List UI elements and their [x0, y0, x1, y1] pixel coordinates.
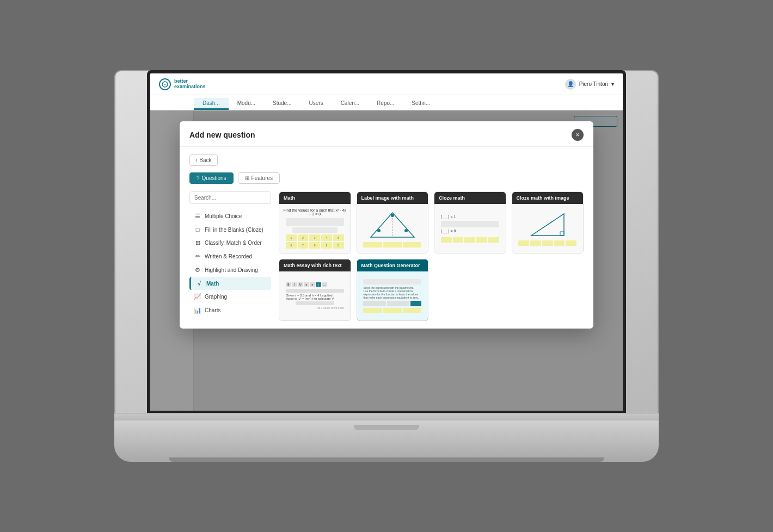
modal-dialog: Add new question × ‹ Back	[180, 121, 593, 329]
cloze-answer-grid	[441, 237, 499, 243]
generator-text: Solve the expression with the parameters…	[363, 286, 421, 299]
category-label: Fill in the Blanks (Cloze)	[205, 227, 263, 233]
nav-tab-students[interactable]: Stude...	[264, 98, 300, 110]
back-arrow-icon: ‹	[195, 157, 197, 163]
triangle-svg	[368, 210, 417, 240]
classify-icon: ⊞	[194, 239, 201, 246]
essay-line-2	[296, 301, 334, 305]
generator-bar-1	[363, 279, 421, 284]
underline-btn: U	[298, 282, 303, 287]
ci-cell-4	[554, 240, 565, 246]
math-cell-2: 2	[298, 234, 309, 241]
card-cloze-math-preview: [ __ ] = 1 [ __ ] = 8	[434, 204, 506, 253]
math-formula-line	[286, 218, 344, 226]
math-cell-5: 5	[333, 234, 344, 241]
card-label-image-math[interactable]: Label image with math	[357, 191, 429, 253]
highlight-icon: ⚙	[194, 267, 201, 274]
category-label: Graphing	[205, 294, 227, 300]
category-label: Classify, Match & Order	[205, 240, 262, 246]
screen-bezel: better examinations 👤 Piero Tintori ▾ Da…	[147, 70, 626, 414]
math-tool-btn: √	[316, 282, 321, 287]
logo-icon	[159, 78, 171, 90]
search-input[interactable]	[189, 191, 271, 204]
back-label: Back	[199, 157, 211, 163]
card-math-essay-header: Math essay with rich text	[279, 259, 351, 271]
back-button[interactable]: ‹ Back	[189, 154, 218, 166]
math-cell-10: 0	[333, 242, 344, 249]
card-cloze-math[interactable]: Cloze math [ __ ] = 1 [ __ ] = 8	[434, 191, 506, 253]
questions-label: Questions	[202, 175, 226, 181]
cloze-image-answer-grid	[518, 240, 576, 246]
cards-grid: Math Find the values for a such that x² …	[279, 191, 584, 321]
modal-header: Add new question ×	[180, 121, 593, 147]
math-preview-content: Find the values for a such that x² - 4x …	[283, 208, 347, 249]
laptop-bottom-edge	[169, 457, 604, 462]
modal-close-button[interactable]: ×	[572, 129, 584, 141]
user-avatar-icon: 👤	[565, 79, 576, 90]
nav-tab-settings[interactable]: Settin...	[403, 98, 439, 110]
category-item-math[interactable]: √ Math	[189, 277, 271, 290]
modal-overlay: Add new question × ‹ Back	[150, 110, 623, 411]
card-math-generator[interactable]: Math Question Generator Solve the expres…	[357, 259, 429, 321]
category-label: Math	[206, 281, 219, 287]
tab-questions[interactable]: ? Questions	[189, 172, 234, 184]
nav-tab-modules[interactable]: Modu...	[229, 98, 264, 110]
math-cell-9: 9	[321, 242, 332, 249]
card-cloze-math-image[interactable]: Cloze math with image	[512, 191, 584, 253]
card-cloze-math-image-preview	[512, 204, 584, 253]
close-icon: ×	[575, 131, 579, 139]
card-math-header: Math	[279, 192, 351, 204]
card-cloze-math-image-header: Cloze math with image	[512, 192, 584, 204]
category-item-multiple-choice[interactable]: ☰ Multiple Choice	[189, 209, 271, 223]
essay-formula-text: Given r = 3.5 and h = 4 I applied these …	[286, 294, 344, 300]
cloze-input-1	[441, 221, 499, 227]
nav-tab-users[interactable]: Users	[300, 98, 332, 110]
category-item-written[interactable]: ✏ Written & Recorded	[189, 250, 271, 263]
laptop-base-body	[114, 420, 659, 462]
nav-tabs-bar: Dash... Modu... Stude... Users Calen... …	[150, 95, 623, 110]
ci-cell-3	[542, 240, 553, 246]
label-cell-2	[383, 242, 402, 248]
essay-line-1	[286, 289, 344, 293]
more-btn: …	[322, 282, 327, 287]
laptop-base	[114, 413, 659, 462]
math-cell-8: 8	[309, 242, 320, 249]
nav-tab-dashboard[interactable]: Dash...	[194, 98, 229, 110]
math-formula-line2	[292, 227, 338, 233]
card-math-essay[interactable]: Math essay with rich text B I U ≡ ≡	[279, 259, 351, 321]
category-item-graphing[interactable]: 📈 Graphing	[189, 290, 271, 304]
logo-area: better examinations	[159, 78, 206, 90]
card-math-preview: Find the values for a such that x² - 4x …	[279, 204, 351, 253]
category-item-fill-blanks[interactable]: □ Fill in the Blanks (Cloze)	[189, 223, 271, 236]
nav-tab-calendar[interactable]: Calen...	[332, 98, 368, 110]
screen-content: better examinations 👤 Piero Tintori ▾ Da…	[150, 73, 623, 411]
category-item-classify[interactable]: ⊞ Classify, Match & Order	[189, 236, 271, 250]
questions-icon: ?	[197, 175, 200, 181]
modal-title: Add new question	[189, 131, 255, 139]
generator-row	[363, 301, 421, 306]
math-cell-1: 1	[286, 234, 297, 241]
user-area[interactable]: 👤 Piero Tintori ▾	[565, 79, 614, 90]
tab-features[interactable]: ⊞ Features	[238, 172, 280, 184]
cloze-cell-5	[488, 237, 499, 243]
card-math[interactable]: Math Find the values for a such that x² …	[279, 191, 351, 253]
multiple-choice-icon: ☰	[194, 213, 201, 220]
category-item-charts[interactable]: 📊 Charts	[189, 304, 271, 317]
card-label-image-math-preview	[357, 204, 428, 253]
category-label: Highlight and Drawing	[205, 267, 258, 273]
right-triangle-svg	[529, 211, 567, 238]
category-item-highlight[interactable]: ⚙ Highlight and Drawing	[189, 263, 271, 277]
label-cell-3	[403, 242, 421, 248]
fill-blanks-icon: □	[194, 226, 201, 233]
category-sidebar: ☰ Multiple Choice □ Fill in the Blanks (…	[189, 191, 271, 321]
math-cell-3: 3	[309, 234, 320, 241]
ci-cell-2	[530, 240, 541, 246]
generator-answer-grid	[363, 308, 421, 313]
math-answer-grid: 1 2 3 4 5	[286, 234, 344, 241]
nav-tab-reports[interactable]: Repo...	[368, 98, 403, 110]
card-math-generator-preview: Solve the expression with the parameters…	[357, 271, 428, 320]
modal-body: ‹ Back ? Questions ⊞ Features	[180, 147, 593, 329]
category-label: Written & Recorded	[205, 253, 252, 259]
cloze-cell-4	[476, 237, 487, 243]
gen-cell-1	[363, 301, 385, 306]
